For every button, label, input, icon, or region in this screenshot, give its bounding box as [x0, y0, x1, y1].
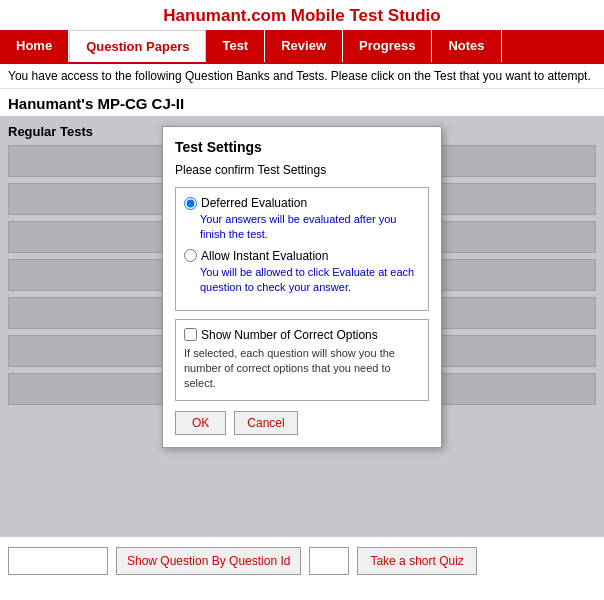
deferred-evaluation-text: Deferred Evaluation — [201, 196, 307, 210]
nav-test[interactable]: Test — [206, 30, 265, 62]
info-bar: You have access to the following Questio… — [0, 64, 604, 89]
nav-question-papers[interactable]: Question Papers — [69, 30, 206, 62]
nav-review[interactable]: Review — [265, 30, 343, 62]
nav-bar: Home Question Papers Test Review Progres… — [0, 30, 604, 64]
deferred-evaluation-desc: Your answers will be evaluated after you… — [200, 212, 420, 243]
modal-buttons: OK Cancel — [175, 411, 429, 435]
nav-notes[interactable]: Notes — [432, 30, 501, 62]
deferred-evaluation-radio[interactable] — [184, 197, 197, 210]
bottom-bar: Show Question By Question Id 10 Take a s… — [0, 536, 604, 585]
modal-overlay: Test Settings Please confirm Test Settin… — [0, 116, 604, 536]
modal-title: Test Settings — [175, 139, 429, 155]
show-correct-options-checkbox[interactable] — [184, 328, 197, 341]
ok-button[interactable]: OK — [175, 411, 226, 435]
instant-evaluation-text: Allow Instant Evaluation — [201, 249, 328, 263]
nav-home[interactable]: Home — [0, 30, 69, 62]
instant-evaluation-desc: You will be allowed to click Evaluate at… — [200, 265, 420, 296]
site-title: Hanumant.com Mobile Test Studio — [0, 0, 604, 30]
show-correct-options-desc: If selected, each question will show you… — [184, 346, 420, 392]
evaluation-options-section: Deferred Evaluation Your answers will be… — [175, 187, 429, 311]
page-title: Hanumant's MP-CG CJ-II — [0, 89, 604, 116]
modal-dialog: Test Settings Please confirm Test Settin… — [162, 126, 442, 448]
cancel-button[interactable]: Cancel — [234, 411, 297, 435]
show-correct-options-label[interactable]: Show Number of Correct Options — [184, 328, 420, 342]
deferred-evaluation-label[interactable]: Deferred Evaluation — [184, 196, 420, 210]
modal-subtitle: Please confirm Test Settings — [175, 163, 429, 177]
nav-progress[interactable]: Progress — [343, 30, 432, 62]
question-id-input[interactable] — [8, 547, 108, 575]
show-correct-options-text: Show Number of Correct Options — [201, 328, 378, 342]
correct-options-section: Show Number of Correct Options If select… — [175, 319, 429, 401]
take-quiz-button[interactable]: Take a short Quiz — [357, 547, 476, 575]
main-content: Regular Tests Click Here to Start CG CJ … — [0, 116, 604, 536]
quiz-number-input[interactable]: 10 — [309, 547, 349, 575]
show-question-button[interactable]: Show Question By Question Id — [116, 547, 301, 575]
instant-evaluation-radio[interactable] — [184, 249, 197, 262]
instant-evaluation-label[interactable]: Allow Instant Evaluation — [184, 249, 420, 263]
